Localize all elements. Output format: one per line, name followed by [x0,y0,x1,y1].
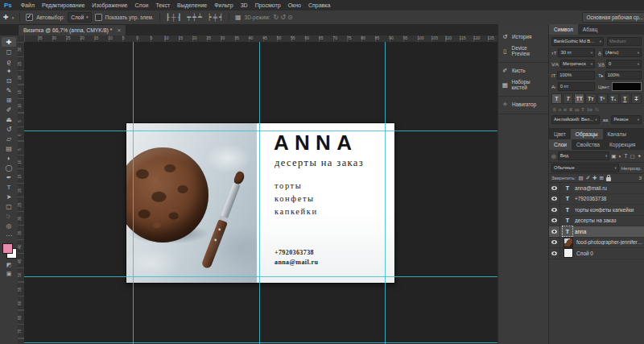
autoselect-checkbox[interactable] [26,14,33,21]
opentype-button-1[interactable]: σ [559,107,561,112]
navigator-panel-button[interactable]: ✧Навигатор [498,98,548,110]
align-icon[interactable]: ┝ [208,14,212,21]
eye-icon[interactable] [551,208,557,212]
align-icon[interactable]: ┨ [177,14,181,21]
brush-panel-button[interactable]: ✐Кисть [498,64,548,77]
opentype-button-5[interactable]: T [581,107,584,112]
layer-row[interactable]: Tдесерты на заказ [549,216,644,227]
lock-icon[interactable]: ✚ [592,175,597,181]
edit-toolbar-button[interactable]: ⋯ [2,230,16,240]
lock-icon[interactable]: ⊞ [599,175,603,181]
guide-vertical[interactable] [385,42,386,344]
dodge-tool[interactable]: ◯ [2,163,16,172]
eye-icon[interactable] [551,218,557,222]
tab-слои[interactable]: Слои [549,139,572,150]
layer-name[interactable]: anna@mail.ru [575,185,644,191]
type-style-button-7[interactable]: T [631,93,642,104]
menu-item-текст[interactable]: Текст [155,2,170,8]
history-panel-button[interactable]: ↺История [498,31,548,43]
type-style-button-0[interactable]: T [551,93,562,104]
layer-name[interactable]: торты конфеты капкейки [575,207,644,213]
layer-filter-icon[interactable]: ▢ [630,153,634,160]
brush-presets-panel-button[interactable]: ▦Наборы кистей [498,77,548,93]
menu-item-окно[interactable]: Окно [288,2,301,8]
font-size-dropdown[interactable]: 30 пт▾ [558,48,595,57]
opentype-button-2[interactable]: st [564,107,567,112]
3d-mode-icon[interactable]: ↺ [280,14,286,21]
tab-коррекция[interactable]: Коррекция [605,139,640,150]
layer-name[interactable]: Слой 0 [576,251,644,256]
tab-цвет[interactable]: Цвет [549,129,571,139]
type-style-button-2[interactable]: TT [574,93,584,104]
align-icon[interactable]: ┷ [198,14,202,21]
document-tab[interactable]: Визитка @ 66,7% (anna, CMYK/8) * × [18,24,126,35]
blur-tool[interactable]: ◗ [2,153,16,163]
layer-thumbnail[interactable]: T [564,227,572,235]
color-swatches[interactable] [2,243,16,259]
opentype-button-0[interactable]: fi [553,107,556,112]
tracking-dropdown[interactable]: 0▾ [606,60,642,68]
layer-filter-icon[interactable]: ✦ [638,153,642,160]
device-preview-panel-button[interactable]: ▯Device Preview [498,43,548,59]
layer-row[interactable]: Tторты конфеты капкейки [549,205,644,216]
tab-каналы[interactable]: Каналы [603,129,631,139]
tab-символ[interactable]: Символ [549,24,578,35]
history-brush-tool[interactable]: ↺ [2,124,16,134]
lasso-tool[interactable]: ϱ [2,56,16,66]
type-style-button-5[interactable]: T₁ [609,93,619,104]
layer-filter-icon[interactable]: T [624,153,627,160]
menu-item-3d[interactable]: 3D [241,2,248,8]
layer-row[interactable]: T+7920363738 [549,194,644,205]
type-style-button-6[interactable]: T [620,93,630,104]
layer-visibility-cell[interactable] [549,226,560,237]
zoom-tool[interactable]: ◎ [2,221,16,230]
foreground-color-swatch[interactable] [2,243,13,254]
auto-align-icon[interactable]: ▦ [235,14,242,21]
kerning-dropdown[interactable]: Метрическ▾ [560,60,595,68]
layer-thumbnail[interactable] [564,248,573,258]
shape-tool[interactable]: ▢ [2,201,16,211]
tool-preset-arrow-icon[interactable]: ▾ [12,15,14,20]
layer-thumbnail[interactable]: T [564,184,572,192]
text-color-swatch[interactable] [612,82,642,91]
horizontal-scale-field[interactable]: 100% [605,71,642,80]
menu-item-фильтр[interactable]: Фильтр [214,2,233,8]
language-dropdown[interactable]: Английский: Вел...▾ [551,115,600,124]
eye-icon[interactable] [551,230,557,234]
brush-tool[interactable]: ✐ [2,105,16,114]
lock-all-icon[interactable] [606,177,611,181]
menu-item-файл[interactable]: Файл [21,2,35,8]
type-style-button-1[interactable]: T [563,93,573,104]
workspace-switcher-button[interactable]: Основная рабочая ср... [582,12,644,23]
tab-образцы[interactable]: Образцы [571,129,603,139]
canvas[interactable]: ANNA десерты на заказ тортыконфетыкапкей… [24,42,497,344]
blend-mode-dropdown[interactable]: Обычные▾ [551,164,619,172]
anti-alias-dropdown[interactable]: Резкое▾ [611,115,642,124]
eye-icon[interactable] [551,240,557,244]
layer-filter-icon[interactable]: ▣ [611,153,616,160]
tab-свойства[interactable]: Свойства [572,139,605,150]
business-card-artwork[interactable]: ANNA десерты на заказ тортыконфетыкапкей… [126,123,394,283]
layer-thumbnail[interactable]: T [564,205,572,213]
gradient-tool[interactable]: ▤ [2,143,16,153]
leading-dropdown[interactable]: (Авто)▾ [603,48,642,57]
tab-абзац[interactable]: Абзац [578,24,603,35]
baseline-shift-field[interactable]: 0 пт [558,82,595,91]
opentype-button-7[interactable]: ½ [595,107,599,112]
healing-brush-tool[interactable]: ⊞ [2,95,16,105]
eye-icon[interactable] [551,251,557,255]
guide-horizontal[interactable] [24,131,497,131]
eraser-tool[interactable]: ▱ [2,134,16,143]
autoselect-target-dropdown[interactable]: Слой ▾ [68,12,91,23]
layer-filter-icon[interactable]: ◐ [618,153,621,160]
layer-visibility-cell[interactable] [549,205,560,215]
lock-icon[interactable]: ✐ [586,175,590,181]
font-family-dropdown[interactable]: BankGothic Md B... ▾ [551,37,604,46]
opentype-button-4[interactable]: aa [575,107,579,112]
menu-item-слои[interactable]: Слои [134,2,148,8]
layer-row[interactable]: Tanna [549,226,644,238]
align-icon[interactable]: ╪ [213,14,218,21]
screen-mode-button[interactable]: ▣ [6,271,12,277]
menu-item-редактирование[interactable]: Редактирование [42,2,85,8]
hand-tool[interactable]: ☞ [2,211,16,221]
